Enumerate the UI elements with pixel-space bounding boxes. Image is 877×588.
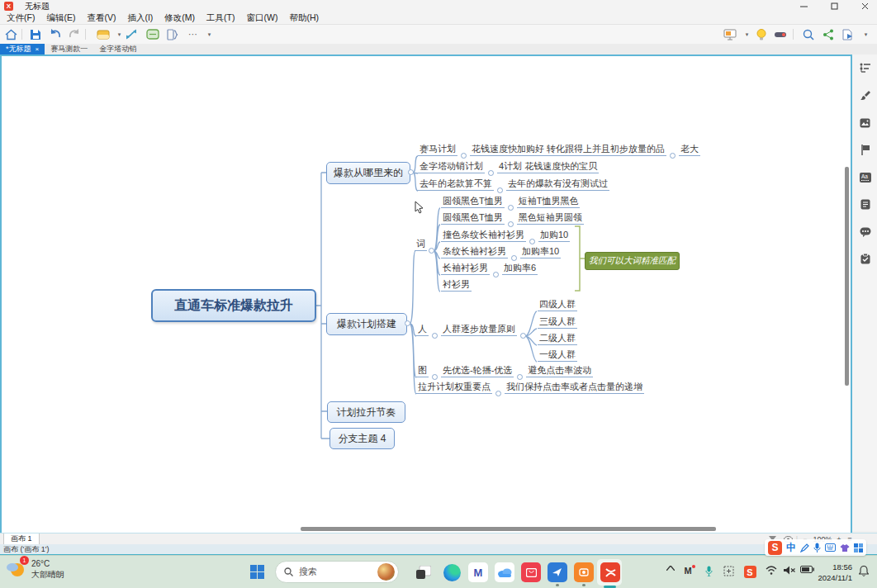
close-button[interactable]: [852, 0, 877, 12]
topic-text[interactable]: 金字塔动销计划: [418, 160, 485, 173]
topic-row[interactable]: 二级人群: [538, 332, 577, 345]
search-input[interactable]: 搜索: [275, 561, 399, 583]
branch-subtopic4[interactable]: 分支主题 4: [329, 428, 395, 449]
topic-text[interactable]: 4计划 花钱速度快的宝贝: [497, 160, 599, 173]
undo-icon[interactable]: [48, 27, 62, 41]
connector-dot[interactable]: [432, 333, 438, 339]
topic-text[interactable]: 条纹长袖衬衫男: [441, 245, 508, 258]
ime-pen-icon[interactable]: [800, 543, 809, 552]
tab-jinzita[interactable]: 金字塔动销: [93, 44, 142, 55]
task-clipboard-icon[interactable]: [859, 253, 871, 265]
ime-toolbox-icon[interactable]: [854, 543, 863, 552]
root-topic[interactable]: 直通车标准爆款拉升: [151, 289, 316, 322]
topic-row[interactable]: 衬衫男: [441, 278, 472, 292]
topic-text[interactable]: 赛马计划: [418, 143, 457, 156]
topic-text[interactable]: 拉升计划权重要点: [416, 381, 492, 394]
tray-m-icon[interactable]: M: [682, 566, 697, 576]
tray-battery-icon[interactable]: [799, 566, 815, 573]
connector-dot[interactable]: [461, 153, 467, 159]
topic-row[interactable]: 金字塔动销计划 4计划 花钱速度快的宝贝: [418, 160, 599, 173]
topic-text[interactable]: 撞色条纹长袖衬衫男: [441, 229, 526, 242]
menu-tools[interactable]: 工具(T): [206, 12, 235, 24]
connector-dot[interactable]: [508, 221, 514, 227]
topic-text[interactable]: 加购率6: [502, 262, 538, 275]
topic-row[interactable]: 四级人群: [538, 298, 577, 311]
edge-browser-icon[interactable]: [442, 562, 462, 582]
topic-row[interactable]: 一级人群: [538, 349, 577, 362]
marker-flag-icon[interactable]: [859, 144, 871, 156]
topic-text[interactable]: 黑色短袖男圆领: [517, 211, 584, 225]
collapse-dot[interactable]: [405, 320, 410, 326]
topic-text[interactable]: 衬衫男: [441, 278, 472, 292]
menu-help[interactable]: 帮助(H): [289, 12, 319, 24]
topic-text[interactable]: 避免点击率波动: [526, 364, 593, 377]
more-dropdown-icon[interactable]: ▾: [202, 27, 216, 41]
cloud-app-icon[interactable]: [495, 562, 514, 582]
horizontal-scrollbar[interactable]: [301, 527, 716, 531]
presentation-icon[interactable]: [723, 27, 737, 41]
connector-dot[interactable]: [670, 153, 676, 159]
search-highlight-avatar[interactable]: [377, 563, 395, 581]
connector-dot[interactable]: [495, 391, 501, 396]
outline-icon[interactable]: [859, 61, 871, 74]
minimize-button[interactable]: [791, 0, 816, 12]
connector-dot[interactable]: [511, 255, 517, 261]
more-tools-icon[interactable]: ⋯: [186, 27, 200, 41]
topic-text[interactable]: 四级人群: [538, 298, 577, 311]
topic-row[interactable]: 赛马计划 花钱速度快加购好 转化跟得上并且初步放量的品 老大: [418, 143, 700, 156]
relationship-icon[interactable]: [124, 27, 138, 41]
topic-row[interactable]: 去年的老款算不算 去年的爆款有没有测试过: [418, 178, 609, 191]
tray-notification-icon[interactable]: [857, 566, 870, 576]
ime-mic-icon[interactable]: [813, 543, 821, 552]
tab-close-icon[interactable]: ×: [36, 45, 40, 53]
tray-volume-muted-icon[interactable]: [782, 566, 797, 575]
topic-text[interactable]: 先优选-轮播-优选: [441, 364, 514, 377]
redo-icon[interactable]: [68, 27, 82, 41]
start-button[interactable]: [250, 565, 264, 579]
boundary-icon[interactable]: [145, 27, 159, 41]
vertical-scrollbar[interactable]: [845, 167, 849, 386]
menu-insert[interactable]: 插入(I): [127, 12, 153, 24]
topic-text[interactable]: 圆领黑色T恤男: [441, 211, 505, 225]
lightbulb-icon[interactable]: [754, 27, 768, 41]
share-icon[interactable]: [821, 27, 835, 41]
branch-origin[interactable]: 爆款从哪里来的: [326, 162, 410, 184]
ime-mode-toggle[interactable]: 中: [786, 541, 796, 555]
format-brush-icon[interactable]: [859, 89, 871, 102]
topic-row-pic[interactable]: 图 先优选-轮播-优选 避免点击率波动: [416, 364, 593, 377]
tray-expand-icon[interactable]: [664, 566, 677, 571]
tray-snip-icon[interactable]: [722, 566, 735, 576]
topic-row-weight[interactable]: 拉升计划权重要点 我们保持点击率或者点击量的递增: [416, 381, 644, 394]
topic-text[interactable]: 花钱速度快加购好 转化跟得上并且初步放量的品: [470, 143, 666, 156]
image-icon[interactable]: [859, 116, 871, 129]
topic-text[interactable]: 长袖衬衫男: [441, 262, 490, 275]
search-icon[interactable]: [801, 27, 815, 41]
maximize-button[interactable]: [822, 0, 846, 12]
topic-row[interactable]: 撞色条纹长袖衬衫男 加购10: [441, 229, 570, 242]
connector-dot[interactable]: [432, 374, 438, 380]
presentation-dropdown-icon[interactable]: ▾: [740, 27, 754, 41]
topic-row-word[interactable]: 词: [415, 238, 427, 251]
topic-text[interactable]: 老大: [679, 143, 700, 156]
task-view-icon[interactable]: [414, 562, 434, 582]
weather-widget[interactable]: 1 26°C 大部晴朗: [5, 558, 64, 580]
topic-row[interactable]: 圆领黑色T恤男 黑色短袖男圆领: [441, 211, 584, 225]
save-icon[interactable]: [28, 27, 42, 41]
mindmaster-icon[interactable]: M: [468, 562, 488, 582]
tray-clock[interactable]: 18:56 2024/11/1: [818, 562, 852, 583]
mindmap-canvas[interactable]: 直通车标准爆款拉升 爆款从哪里来的 爆款计划搭建 计划拉升节奏 分支主题 4 赛…: [0, 55, 852, 533]
label-text-icon[interactable]: Aa: [859, 171, 871, 183]
topic-text[interactable]: 词: [415, 238, 427, 251]
topic-text[interactable]: 加购10: [538, 229, 570, 242]
connector-dot[interactable]: [508, 205, 514, 211]
summary-icon[interactable]: [165, 27, 179, 41]
menu-edit[interactable]: 编辑(E): [46, 12, 75, 24]
red-app-icon[interactable]: [521, 562, 541, 582]
tray-wifi-icon[interactable]: [765, 566, 778, 575]
branch-plan-build[interactable]: 爆款计划搭建: [326, 313, 407, 335]
topic-text[interactable]: 圆领黑色T恤男: [441, 195, 505, 208]
topic-text[interactable]: 去年的老款算不算: [418, 178, 494, 191]
topic-row-people[interactable]: 人 人群逐步放量原则: [416, 323, 517, 336]
collapse-dot[interactable]: [520, 333, 526, 339]
topic-text[interactable]: 二级人群: [538, 332, 577, 345]
